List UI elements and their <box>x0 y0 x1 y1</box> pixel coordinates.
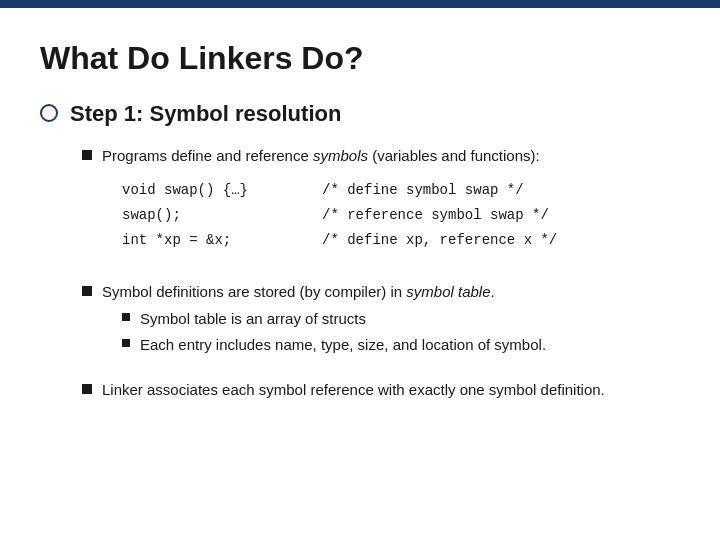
main-bullet: Step 1: Symbol resolution <box>40 101 680 127</box>
main-content: What Do Linkers Do? Step 1: Symbol resol… <box>0 8 720 439</box>
section1-italic: symbols <box>313 147 368 164</box>
small-square-icon-2 <box>122 339 130 347</box>
sub-bullet-2: Each entry includes name, type, size, an… <box>122 334 546 357</box>
sub-sub-section-2: Symbol table is an array of structs Each… <box>122 308 546 357</box>
circle-bullet-icon <box>40 104 58 122</box>
square-bullet-icon-3 <box>82 384 92 394</box>
code-line-3: int *xp = &x; /* define xp, reference x … <box>122 228 557 253</box>
section-1: Programs define and reference symbols (v… <box>82 145 680 263</box>
section1-text-after: (variables and functions): <box>368 147 540 164</box>
top-bar <box>0 0 720 8</box>
bullet-symbol-defs: Symbol definitions are stored (by compil… <box>82 281 680 361</box>
section1-text-before: Programs define and reference <box>102 147 313 164</box>
sub-bullet-2-text: Each entry includes name, type, size, an… <box>140 334 546 357</box>
small-square-icon-1 <box>122 313 130 321</box>
main-bullet-label: Step 1: Symbol resolution <box>70 101 341 127</box>
code-text-2: swap(); <box>122 203 322 228</box>
code-text-3: int *xp = &x; <box>122 228 322 253</box>
section3-text: Linker associates each symbol reference … <box>102 379 605 402</box>
square-bullet-icon-2 <box>82 286 92 296</box>
section-3: Linker associates each symbol reference … <box>82 379 680 402</box>
code-line-1: void swap() {…} /* define symbol swap */ <box>122 178 557 203</box>
code-line-2: swap(); /* reference symbol swap */ <box>122 203 557 228</box>
code-block: void swap() {…} /* define symbol swap */… <box>122 178 557 254</box>
page-title: What Do Linkers Do? <box>40 40 680 77</box>
bullet-programs: Programs define and reference symbols (v… <box>82 145 680 263</box>
section2-text-before: Symbol definitions are stored (by compil… <box>102 283 406 300</box>
code-comment-3: /* define xp, reference x */ <box>322 228 557 253</box>
square-bullet-icon <box>82 150 92 160</box>
section-2: Symbol definitions are stored (by compil… <box>82 281 680 361</box>
section2-text-after: . <box>491 283 495 300</box>
code-comment-2: /* reference symbol swap */ <box>322 203 549 228</box>
code-comment-1: /* define symbol swap */ <box>322 178 524 203</box>
bullet-linker: Linker associates each symbol reference … <box>82 379 680 402</box>
sub-bullet-1-text: Symbol table is an array of structs <box>140 308 366 331</box>
section2-italic: symbol table <box>406 283 490 300</box>
sub-bullet-1: Symbol table is an array of structs <box>122 308 546 331</box>
code-text-1: void swap() {…} <box>122 178 322 203</box>
